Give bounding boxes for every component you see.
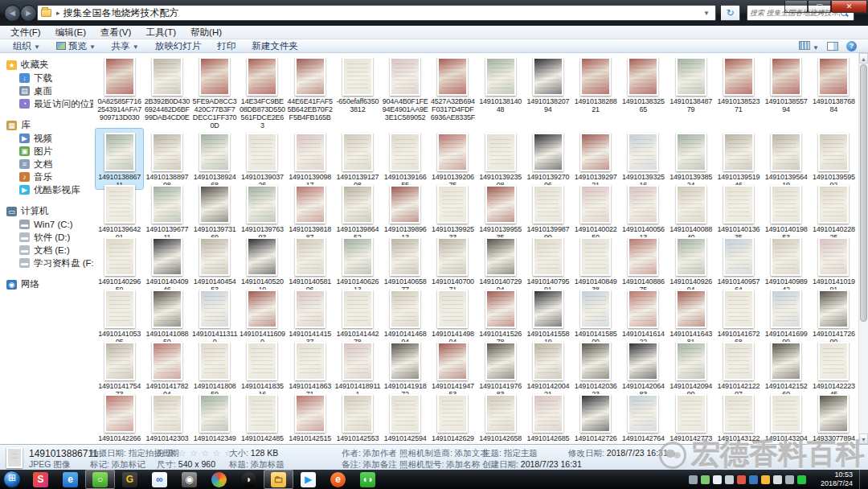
file-item[interactable]: 1491014234960 (191, 390, 239, 450)
back-button[interactable]: ◄ (4, 5, 21, 22)
forward-button[interactable]: ► (20, 5, 37, 22)
sidebar-group-0[interactable]: ★收藏夹 (0, 58, 93, 72)
sidebar-item[interactable]: ▶视频 (0, 132, 93, 145)
file-item[interactable]: 1491013989613 (382, 181, 429, 241)
sidebar-item[interactable]: ▬软件 (D:) (0, 231, 93, 244)
file-item[interactable]: 1491014251509 (286, 390, 334, 450)
file-item[interactable]: 1491014116090 (239, 286, 286, 346)
sidebar-group-2[interactable]: ▭计算机 (0, 204, 93, 218)
file-item[interactable]: 1491014084938 (572, 233, 620, 294)
flag-tray-icon[interactable] (749, 475, 758, 484)
details-field-value[interactable]: 添加标记 (112, 459, 145, 469)
file-item[interactable]: 1491014101991 (810, 233, 858, 294)
file-item[interactable]: 1491014189111 (334, 338, 381, 398)
file-item[interactable]: 1491014186371 (286, 338, 334, 398)
file-item[interactable]: 1491013916655 (382, 129, 429, 189)
file-item[interactable]: 1491014079591 (524, 233, 571, 294)
share-button[interactable]: 共享▼ (104, 40, 147, 52)
rating-stars[interactable]: ☆ ☆ ☆ ☆ ☆ (178, 448, 233, 458)
shield-tray-icon[interactable] (761, 475, 770, 484)
file-item[interactable]: 1491014152678 (477, 286, 524, 346)
preview-button[interactable]: 预览▼ (48, 40, 104, 52)
file-item[interactable]: 2B392B0D4306924482D6BF99DAB4CD0E (143, 53, 190, 129)
tencent-video-button[interactable]: ▶ (293, 470, 323, 489)
security-tray-icon[interactable] (737, 475, 746, 484)
360-tray-icon[interactable] (701, 475, 710, 484)
file-item[interactable]: 904A4B0F1FE94E4901AA9E3E1C589052 (382, 53, 429, 129)
file-item[interactable]: 14E34FC9BE08DB873D550561FDCE2E63 (239, 53, 286, 129)
file-item[interactable]: 1491014277356 (667, 390, 714, 450)
scroll-up-icon[interactable]: ▲ (859, 53, 868, 64)
360-safe-button[interactable]: ○ (85, 470, 115, 489)
volume-tray-icon[interactable] (773, 475, 782, 484)
file-item[interactable]: 1491013820794 (524, 53, 571, 129)
minimize-button[interactable]: — (784, 1, 808, 13)
file-item[interactable]: 1491013903726 (239, 129, 286, 189)
file-item[interactable]: 1491014092694 (667, 233, 714, 294)
file-item[interactable]: 1491013832565 (620, 53, 667, 129)
file-item[interactable]: 1491013929721 (572, 129, 620, 189)
cloud-tray-icon[interactable] (713, 475, 722, 484)
file-item[interactable]: 1491014045453 (191, 233, 239, 294)
change-view-button[interactable]: ▼ (799, 41, 819, 51)
file-item[interactable]: 1491014161422 (620, 286, 667, 346)
file-item[interactable]: 1491014180859 (191, 338, 239, 398)
sidebar-group-3[interactable]: ◉网络 (0, 277, 93, 291)
file-item[interactable]: 1491013855794 (763, 53, 810, 129)
sidebar-item[interactable]: ▬文档 (E:) (0, 244, 93, 257)
file-item[interactable]: 1491014088675 (620, 233, 667, 294)
file-item[interactable]: 1491014164381 (667, 286, 714, 346)
file-item[interactable]: 1491013973169 (191, 181, 239, 241)
file-item[interactable]: 1491014320403 (763, 390, 810, 450)
file-item[interactable]: 1491014005613 (620, 181, 667, 241)
file-item[interactable]: 1491013852371 (714, 53, 762, 129)
file-item[interactable]: 1491014191872 (382, 338, 429, 398)
file-item[interactable]: 1491014040946 (143, 233, 190, 294)
start-button[interactable] (3, 471, 21, 488)
file-item[interactable]: 4527A32B694F0317D4FDF6936AE8335F (429, 53, 477, 129)
scrollbar[interactable]: ▲ ▼ (858, 53, 868, 444)
file-item[interactable]: 1491013814048 (477, 53, 524, 129)
wechat-tray-icon[interactable] (797, 475, 806, 484)
file-item[interactable]: 1491014226699 (96, 390, 143, 450)
sidebar-item[interactable]: ◔最近访问的位置 (0, 97, 93, 110)
ie-browser-button[interactable]: e (55, 470, 85, 489)
sync-tray-icon[interactable] (785, 475, 794, 484)
file-item[interactable]: 1491014178204 (143, 338, 190, 398)
file-item[interactable]: 1493307789467 (810, 390, 858, 450)
file-item[interactable]: 1491013848779 (667, 53, 714, 129)
file-item[interactable]: 1491014065877 (382, 233, 429, 294)
menu-item-3[interactable]: 工具(T) (138, 27, 183, 39)
file-item[interactable]: 1491014144278 (334, 286, 381, 346)
details-field-value[interactable]: 添加备注 (363, 459, 397, 469)
file-item[interactable]: 1491014002250 (572, 181, 620, 241)
breadcrumb[interactable]: 搜集全国各地烧烤技术配方 (63, 6, 179, 20)
file-item[interactable]: 1491014158500 (572, 286, 620, 346)
file-item[interactable]: 1491014265841 (477, 390, 524, 450)
file-item[interactable]: 1491013927006 (524, 129, 571, 189)
qq-button[interactable]: ◗ (234, 470, 264, 489)
file-item[interactable]: 1491014209490 (667, 338, 714, 398)
file-item[interactable]: 1491013932516 (620, 129, 667, 189)
scroll-down-icon[interactable]: ▼ (859, 434, 868, 444)
sidebar-item[interactable]: ▬Win7 (C:) (0, 218, 93, 231)
file-item[interactable]: 1491013956419 (763, 129, 810, 189)
file-item[interactable]: 1491014141537 (286, 286, 334, 346)
sidebar-item[interactable]: ▬学习资料盘 (F:) (0, 257, 93, 269)
camera-app-button[interactable]: ◉ (174, 470, 204, 489)
sidebar-item[interactable]: ▶优酷影视库 (0, 183, 93, 196)
file-item[interactable]: 1491014200421 (524, 338, 571, 398)
file-item[interactable]: 1491014052019 (239, 233, 286, 294)
file-item[interactable]: 1491014072904 (477, 233, 524, 294)
file-item[interactable]: 1491014206483 (620, 338, 667, 398)
wechat-button[interactable]: ◖◗ (353, 470, 383, 489)
sidebar-group-1[interactable]: ▦库 (0, 118, 93, 132)
sidebar-item[interactable]: ▤桌面 (0, 84, 93, 97)
file-item[interactable]: 1491014149804 (429, 286, 477, 346)
file-item[interactable]: 1491014098942 (763, 233, 810, 294)
file-item[interactable]: 1491013892468 (191, 129, 239, 189)
menu-item-2[interactable]: 查看(V) (93, 27, 138, 39)
explorer-folder-button[interactable]: 🗀 (264, 470, 293, 489)
file-item[interactable]: 1491013951946 (714, 129, 762, 189)
file-item[interactable]: 1491013995535 (477, 181, 524, 241)
